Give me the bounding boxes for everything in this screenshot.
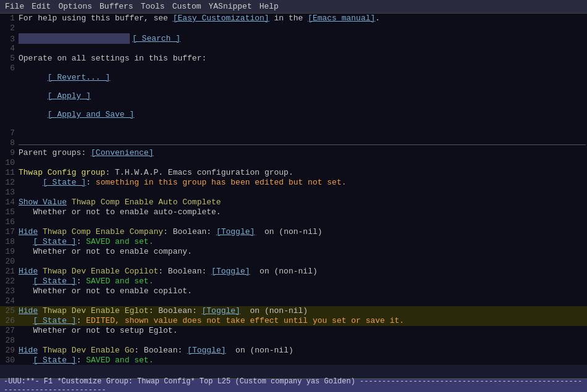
line-10: 10: [0, 158, 587, 168]
line-28: 28: [0, 336, 587, 346]
state-button-18[interactable]: [ State ]: [33, 237, 76, 246]
line-18: 18 [ State ]: SAVED and set.: [0, 237, 587, 247]
menu-yasnippet[interactable]: YASnippet: [206, 1, 254, 12]
state-button-22[interactable]: [ State ]: [33, 277, 76, 286]
line-25: 25 Hide Thwap Dev Enable Eglot: Boolean:…: [0, 306, 587, 316]
toggle-21[interactable]: [Toggle]: [211, 267, 250, 276]
line-7: 7: [0, 128, 587, 138]
hide-link-25[interactable]: Hide: [19, 306, 38, 315]
line-21: 21 Hide Thwap Dev Enable Copilot: Boolea…: [0, 267, 587, 277]
hide-link-21[interactable]: Hide: [19, 267, 38, 276]
line-5: 5 Operate on all settings in this buffer…: [0, 54, 587, 64]
toggle-29[interactable]: [Toggle]: [187, 346, 226, 355]
line-27: 27 Whether or not to setup Eglot.: [0, 326, 587, 336]
line-22: 22 [ State ]: SAVED and set.: [0, 277, 587, 286]
line-20: 20: [0, 257, 587, 267]
menu-tools[interactable]: Tools: [138, 1, 167, 12]
easy-customization-link[interactable]: [Easy Customization]: [173, 14, 269, 23]
modeline-text: -UUU:**- F1 *Customize Group: Thwap Conf…: [4, 377, 583, 393]
line-13: 13: [0, 188, 587, 198]
line-15: 15 Whether or not to enable auto-complet…: [0, 207, 587, 217]
hide-link-17[interactable]: Hide: [19, 227, 38, 236]
line-12: 12 [ State ]: something in this group ha…: [0, 178, 587, 188]
modeline: -UUU:**- F1 *Customize Group: Thwap Conf…: [0, 378, 587, 392]
line-26: 26 [ State ]: EDITED, shown value does n…: [0, 316, 587, 326]
line-30: 30 [ State ]: SAVED and set.: [0, 356, 587, 365]
show-value-link-14[interactable]: Show Value: [19, 198, 67, 207]
editor-content: 1 For help using this buffer, see [Easy …: [0, 14, 587, 365]
line-17: 17 Hide Thwap Comp Enable Company: Boole…: [0, 227, 587, 237]
menu-edit[interactable]: Edit: [29, 1, 53, 12]
toggle-17[interactable]: [Toggle]: [216, 227, 255, 236]
hide-link-29[interactable]: Hide: [19, 346, 38, 355]
line-19: 19 Whether or not to enable company.: [0, 247, 587, 257]
line-1: 1 For help using this buffer, see [Easy …: [0, 14, 587, 23]
search-button[interactable]: [ Search ]: [132, 34, 180, 43]
state-button-26[interactable]: [ State ]: [33, 316, 76, 325]
menu-options[interactable]: Options: [56, 1, 95, 12]
line-9: 9 Parent groups: [Convenience]: [0, 148, 587, 158]
line-6: 6 [ Revert... ] [ Apply ] [ Apply and Sa…: [0, 64, 587, 128]
line-4: 4: [0, 44, 587, 54]
line-29: 29 Hide Thwap Dev Enable Go: Boolean: [T…: [0, 346, 587, 356]
apply-save-button[interactable]: [ Apply and Save ]: [48, 110, 134, 119]
line-11: 11 Thwap Config group: T.H.W.A.P. Emacs …: [0, 168, 587, 178]
menu-buffers[interactable]: Buffers: [97, 1, 136, 12]
line-14: 14 Show Value Thwap Comp Enable Auto Com…: [0, 198, 587, 207]
line-24: 24: [0, 296, 587, 306]
emacs-manual-link[interactable]: [Emacs manual]: [308, 14, 375, 23]
state-button-12[interactable]: [ State ]: [43, 178, 86, 187]
line-23: 23 Whether or not to enable copilot.: [0, 286, 587, 296]
line-2: 2: [0, 23, 587, 33]
convenience-link[interactable]: [Convenience]: [91, 148, 153, 157]
toggle-25[interactable]: [Toggle]: [202, 306, 240, 315]
search-input[interactable]: [19, 33, 130, 44]
line-16: 16: [0, 217, 587, 227]
state-button-30[interactable]: [ State ]: [33, 356, 76, 365]
menu-help[interactable]: Help: [257, 1, 281, 12]
menubar: File Edit Options Buffers Tools Custom Y…: [0, 0, 587, 14]
menu-file[interactable]: File: [2, 1, 27, 12]
menu-custom[interactable]: Custom: [170, 1, 204, 12]
revert-button[interactable]: [ Revert... ]: [48, 73, 110, 82]
line-3: 3 [ Search ]: [0, 33, 587, 44]
line-8: 8: [0, 138, 587, 148]
apply-button[interactable]: [ Apply ]: [48, 91, 91, 101]
